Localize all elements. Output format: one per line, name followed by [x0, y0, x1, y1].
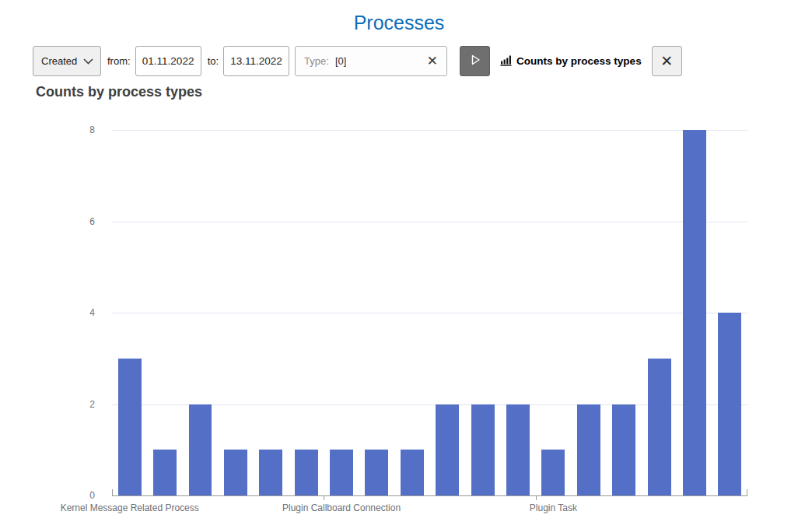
bar-slot	[465, 130, 500, 495]
play-icon	[467, 52, 483, 70]
bar[interactable]	[295, 450, 318, 495]
page-title: Processes	[0, 0, 798, 34]
bar-slot	[394, 130, 429, 495]
y-tick-label: 6	[89, 216, 95, 227]
chart-type-chip: Counts by process types	[500, 54, 642, 68]
chart-chip-label: Counts by process types	[516, 55, 642, 67]
chevron-down-icon	[83, 55, 93, 67]
bar[interactable]	[330, 450, 353, 495]
bar-slot	[642, 130, 677, 495]
bar[interactable]	[683, 130, 706, 495]
bar[interactable]	[189, 404, 212, 496]
from-label: from:	[107, 55, 131, 67]
y-tick-label: 4	[89, 307, 95, 318]
bar-slot	[254, 130, 289, 495]
type-filter-label: Type:	[304, 55, 329, 67]
x-clear-icon[interactable]: ✕	[427, 54, 438, 68]
bar-slot	[606, 130, 641, 495]
y-tick-label: 8	[89, 124, 95, 135]
bar-slot	[359, 130, 394, 495]
bar[interactable]	[224, 450, 247, 495]
bar[interactable]	[718, 313, 741, 495]
bar-slot	[677, 130, 712, 495]
bar-slot	[112, 130, 147, 495]
bar[interactable]	[648, 359, 671, 495]
bar[interactable]	[612, 404, 635, 496]
bar[interactable]	[259, 450, 282, 495]
bar-slot	[183, 130, 218, 495]
x-category-label: Plugin Task	[530, 502, 577, 513]
bar[interactable]	[153, 450, 177, 495]
to-date-input[interactable]	[223, 46, 289, 76]
bar[interactable]	[118, 359, 142, 495]
run-query-button[interactable]	[460, 46, 490, 76]
x-category-label: Kernel Message Related Process	[61, 502, 199, 513]
bar[interactable]	[401, 450, 424, 495]
bar-chart-icon	[500, 54, 512, 68]
toolbar: Created from: to: Type: [0] ✕ Counts by …	[33, 46, 682, 76]
bar[interactable]	[506, 404, 530, 496]
close-chart-button[interactable]: ✕	[652, 46, 682, 76]
bar[interactable]	[436, 404, 459, 496]
bar-slot	[500, 130, 535, 495]
from-date-input[interactable]	[135, 46, 201, 76]
to-label: to:	[208, 55, 219, 67]
bar[interactable]	[541, 450, 565, 495]
bar-slot	[147, 130, 182, 495]
created-dropdown[interactable]: Created	[33, 46, 101, 76]
bar[interactable]	[471, 404, 495, 496]
chart-heading: Counts by process types	[36, 84, 202, 100]
type-filter-value: [0]	[335, 55, 346, 67]
type-filter-field[interactable]: Type: [0] ✕	[295, 46, 447, 76]
plot-area: Kernel Message Related ProcessPlugin Cal…	[112, 130, 747, 496]
x-axis-tick	[747, 489, 747, 495]
bar-slot	[536, 130, 571, 495]
bar-slot	[712, 130, 747, 495]
x-axis-tick	[112, 489, 113, 495]
x-category-label: Plugin Callboard Connection	[282, 502, 401, 513]
y-tick-label: 2	[89, 399, 95, 410]
x-axis-tick	[324, 496, 324, 500]
x-close-icon: ✕	[660, 52, 673, 70]
bars	[112, 130, 747, 495]
created-dropdown-value: Created	[41, 55, 77, 67]
bar-slot	[218, 130, 253, 495]
y-tick-label: 0	[89, 490, 95, 501]
bar-slot	[430, 130, 465, 495]
bar[interactable]	[365, 450, 388, 495]
y-axis-labels: 02468	[70, 130, 104, 495]
bar-slot	[324, 130, 359, 495]
bar[interactable]	[577, 404, 600, 496]
bar-slot	[571, 130, 606, 495]
bar-slot	[289, 130, 324, 495]
x-axis-tick	[536, 496, 537, 500]
